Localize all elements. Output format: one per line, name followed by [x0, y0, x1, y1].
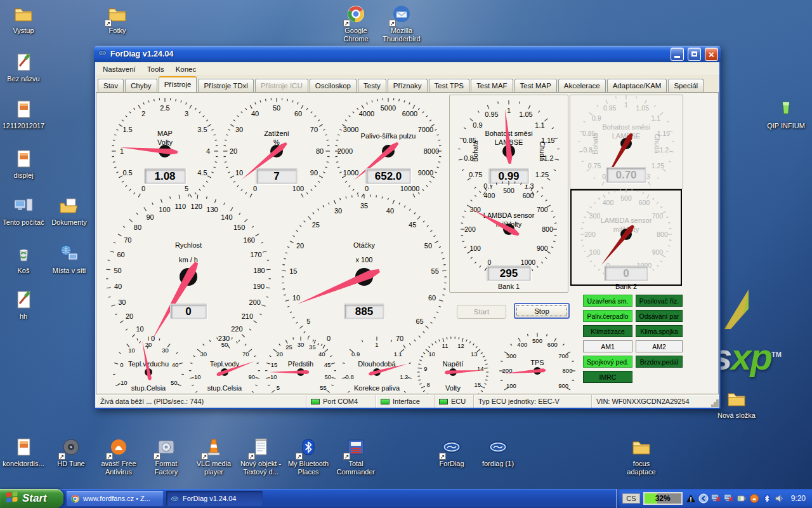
svg-text:500: 500 — [532, 337, 542, 344]
svg-text:500: 500 — [620, 194, 632, 202]
desktop-icon-hh[interactable]: hh — [1, 290, 46, 321]
port-label: Port COM4 — [323, 398, 358, 405]
indicator-klimatizace: Klimatizace — [583, 325, 632, 337]
tray-collapse-icon[interactable] — [698, 493, 709, 504]
desktop-icon-fordiag-1[interactable]: fordiag (1) — [476, 437, 520, 468]
desktop-icon-konektordis[interactable]: konektordis... — [1, 437, 46, 468]
svg-text:0.75: 0.75 — [588, 162, 601, 170]
desktop-icon-tento-po-ta[interactable]: Tento počítač — [1, 196, 46, 227]
svg-text:Zatížení: Zatížení — [264, 130, 289, 137]
svg-text:400: 400 — [484, 192, 495, 199]
svg-text:800: 800 — [542, 225, 553, 233]
svg-text:50: 50 — [114, 267, 121, 274]
desktop-icon-my-bluetooth-places[interactable]: ↗My Bluetooth Places — [286, 437, 331, 476]
tab-stav[interactable]: Stav — [98, 79, 124, 92]
status-interface: Interface — [376, 395, 435, 408]
tray-volume-icon[interactable] — [775, 493, 785, 504]
desktop-icon-label: Vystup — [1, 27, 46, 35]
tab-akcelerace[interactable]: Akcelerace — [558, 79, 606, 92]
desktop-icon-vlc-media-player[interactable]: ↗VLC media player — [192, 437, 236, 476]
tab-speci-l[interactable]: Speciál — [668, 79, 704, 92]
tray-network-offline-icon[interactable] — [724, 493, 734, 504]
svg-text:25: 25 — [312, 221, 320, 229]
tray-warning-icon[interactable] — [686, 493, 696, 504]
desktop-icon-google-chrome[interactable]: ↗Google Chrome — [334, 4, 378, 43]
taskbar-clock[interactable]: 9:20 — [791, 494, 806, 503]
desktop-icon-focus-adaptace[interactable]: focus adaptace — [619, 437, 664, 476]
desktop-icon-nov-objekt-textov-d[interactable]: ↗Nový objekt - Textový d... — [239, 437, 283, 476]
desktop-icon-fordiag[interactable]: ↗ForDiag — [429, 437, 474, 468]
svg-text:40: 40 — [114, 283, 122, 290]
maximize-icon — [691, 51, 697, 57]
svg-text:LAMBDA sensor: LAMBDA sensor — [601, 217, 652, 224]
tray-avast-icon[interactable] — [749, 493, 759, 504]
minimize-button[interactable] — [671, 48, 684, 61]
menu-item-konec[interactable]: Konec — [170, 64, 202, 74]
svg-text:-10: -10 — [119, 379, 128, 386]
desktop-icon-fotky[interactable]: ↗Fotky — [95, 4, 140, 35]
svg-text:900: 900 — [652, 248, 664, 256]
tab-testy[interactable]: Testy — [358, 79, 386, 92]
gauge-page: Bank 1 Bank 2 00.511.522.533.544.55MAPVo… — [96, 92, 719, 394]
svg-text:stup.Celsia: stup.Celsia — [131, 384, 166, 392]
close-icon: × — [705, 48, 717, 60]
image-icon — [13, 437, 34, 458]
close-button[interactable]: × — [705, 48, 718, 61]
tab-adaptace-kam[interactable]: Adaptace/KAM — [607, 79, 667, 92]
desktop-icon-ko[interactable]: Koš — [1, 244, 46, 275]
tab-chyby[interactable]: Chyby — [125, 79, 157, 92]
desktop-icon-label: Nová složka — [714, 411, 759, 420]
tab-test-maf[interactable]: Test MAF — [471, 79, 513, 92]
desktop-icon-format-factory[interactable]: ↗Format Factory — [144, 437, 188, 476]
desktop-icon-bez-n-zvu[interactable]: Bez názvu — [1, 52, 46, 83]
menu-item-nastaven[interactable]: Nastavení — [97, 64, 141, 74]
desktop-icon-hd-tune[interactable]: ↗HD Tune — [49, 437, 93, 468]
svg-text:50: 50 — [221, 341, 228, 348]
tab-test-map[interactable]: Test MAP — [514, 79, 557, 92]
maximize-button[interactable] — [688, 48, 701, 61]
start-menu-button[interactable]: Start — [0, 489, 63, 508]
desktop-icon-12112012017[interactable]: 12112012017 — [1, 99, 46, 130]
svg-text:220: 220 — [231, 325, 242, 333]
taskbar-task-www-fordfans-cz-z[interactable]: www.fordfans.cz • Z... — [67, 491, 163, 506]
gauge-tepl-vzduchu: -20-100102030405060Tepl.vzduchustup.Cels… — [109, 333, 188, 394]
taskbar-task-fordiag-v1-24-04[interactable]: ForDiag v1.24.04 — [166, 491, 263, 506]
tab-p-znaky[interactable]: Příznaky — [388, 79, 428, 92]
window-titlebar[interactable]: ForDiag v1.24.04 × — [94, 46, 721, 62]
tab-osciloskop[interactable]: Osciloskop — [310, 79, 357, 92]
desktop-icon-qip-infium[interactable]: QIP INFIUM — [764, 99, 808, 130]
svg-text:1.2: 1.2 — [400, 373, 408, 380]
tab-p-stroje-tdxl[interactable]: Přístroje TDxl — [198, 79, 253, 92]
svg-text:300: 300 — [589, 212, 601, 220]
svg-text:100: 100 — [589, 248, 601, 256]
svg-text:0.9: 0.9 — [351, 351, 360, 358]
desktop-icon-dokumenty[interactable]: Dokumenty — [47, 196, 91, 227]
svg-text:90: 90 — [249, 373, 256, 380]
desktop-icon-vystup[interactable]: Vystup — [1, 4, 46, 35]
stop-button[interactable]: Stop — [514, 303, 570, 319]
desktop-icon-total-commander[interactable]: ↗Total Commander — [334, 437, 378, 476]
battery-meter[interactable]: 32% — [643, 492, 683, 505]
svg-text:10: 10 — [194, 373, 201, 380]
tray-bluetooth-icon[interactable] — [762, 493, 772, 504]
svg-text:4.5: 4.5 — [197, 169, 207, 177]
desktop-icon-mozilla-thunderbird[interactable]: ↗Mozilla Thunderbird — [379, 4, 424, 43]
svg-text:80: 80 — [316, 147, 324, 155]
svg-text:100: 100 — [159, 206, 170, 213]
svg-text:16: 16 — [464, 392, 471, 394]
language-indicator[interactable]: CS — [622, 493, 639, 504]
task-label: www.fordfans.cz • Z... — [83, 495, 150, 502]
tab-test-tps[interactable]: Test TPS — [429, 79, 469, 92]
tray-network-offline-icon[interactable] — [711, 493, 721, 504]
desktop-icon-m-sta-v-s-ti[interactable]: Místa v síti — [47, 244, 91, 275]
desktop-icon-displej[interactable]: displej — [1, 149, 46, 180]
svg-text:8000: 8000 — [424, 147, 439, 155]
desktop-icon-label: Místa v síti — [47, 267, 91, 275]
desktop-icon-nov-slo-ka[interactable]: Nová složka — [714, 389, 759, 420]
desktop-icon-avast-free-antivirus[interactable]: ↗avast! Free Antivirus — [96, 437, 141, 476]
tray-battery-icon[interactable] — [737, 493, 747, 504]
status-vin: VIN: WF0NXXGCDN2A29254 — [592, 395, 719, 408]
resize-grip[interactable] — [716, 404, 719, 407]
tab-p-stroje[interactable]: Přístroje — [159, 76, 197, 92]
menu-item-tools[interactable]: Tools — [141, 64, 170, 74]
